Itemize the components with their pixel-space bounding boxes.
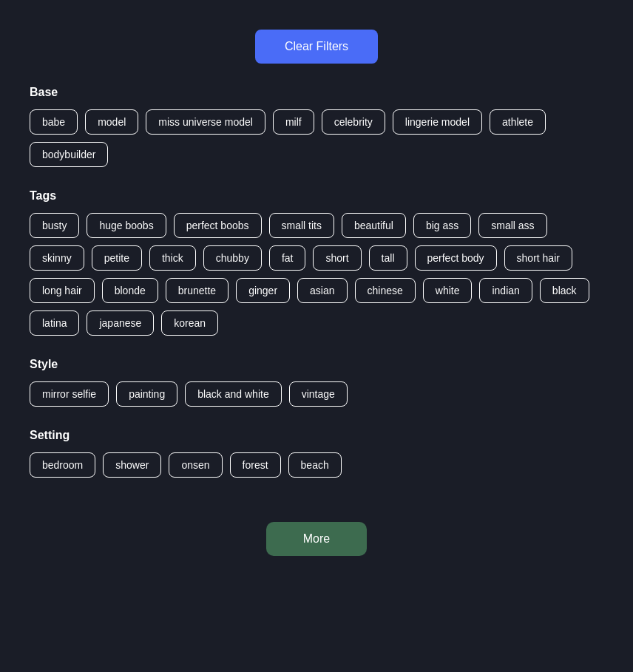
section-title-tags: Tags bbox=[30, 189, 603, 203]
tag-chip-short-hair[interactable]: short hair bbox=[504, 245, 572, 271]
tags-container-base: babemodelmiss universe modelmilfcelebrit… bbox=[30, 109, 603, 167]
clear-filters-button[interactable]: Clear Filters bbox=[255, 30, 378, 64]
tag-chip-korean[interactable]: korean bbox=[161, 310, 218, 336]
tag-chip-indian[interactable]: indian bbox=[479, 278, 532, 303]
tag-chip-ginger[interactable]: ginger bbox=[236, 278, 290, 303]
tags-container-setting: bedroomshoweronsenforestbeach bbox=[30, 452, 603, 478]
tag-chip-fat[interactable]: fat bbox=[269, 245, 306, 271]
section-title-base: Base bbox=[30, 86, 603, 99]
tags-container-tags: bustyhuge boobsperfect boobssmall titsbe… bbox=[30, 213, 603, 336]
tag-chip-small-tits[interactable]: small tits bbox=[269, 213, 334, 238]
tag-chip-perfect-body[interactable]: perfect body bbox=[415, 245, 497, 271]
tag-chip-big-ass[interactable]: big ass bbox=[413, 213, 471, 238]
tag-chip-skinny[interactable]: skinny bbox=[30, 245, 84, 271]
tag-chip-short[interactable]: short bbox=[313, 245, 361, 271]
tag-chip-busty[interactable]: busty bbox=[30, 213, 79, 238]
tag-chip-blonde[interactable]: blonde bbox=[102, 278, 158, 303]
tag-chip-perfect-boobs[interactable]: perfect boobs bbox=[174, 213, 262, 238]
more-button[interactable]: More bbox=[266, 522, 367, 556]
section-setting: Settingbedroomshoweronsenforestbeach bbox=[30, 429, 603, 478]
tag-chip-model[interactable]: model bbox=[85, 109, 138, 135]
tag-chip-asian[interactable]: asian bbox=[297, 278, 347, 303]
tag-chip-tall[interactable]: tall bbox=[369, 245, 407, 271]
tag-chip-white[interactable]: white bbox=[423, 278, 473, 303]
tag-chip-babe[interactable]: babe bbox=[30, 109, 78, 135]
tag-chip-beach[interactable]: beach bbox=[288, 452, 342, 478]
tag-chip-vintage[interactable]: vintage bbox=[289, 381, 348, 407]
tag-chip-thick[interactable]: thick bbox=[149, 245, 196, 271]
footer-area: More bbox=[30, 500, 603, 571]
tag-chip-chubby[interactable]: chubby bbox=[203, 245, 262, 271]
tag-chip-long-hair[interactable]: long hair bbox=[30, 278, 95, 303]
section-title-style: Style bbox=[30, 358, 603, 371]
section-title-setting: Setting bbox=[30, 429, 603, 442]
tag-chip-petite[interactable]: petite bbox=[92, 245, 142, 271]
tag-chip-beautiful[interactable]: beautiful bbox=[342, 213, 406, 238]
tag-chip-latina[interactable]: latina bbox=[30, 310, 79, 336]
tag-chip-milf[interactable]: milf bbox=[273, 109, 314, 135]
tag-chip-small-ass[interactable]: small ass bbox=[478, 213, 546, 238]
tag-chip-celebrity[interactable]: celebrity bbox=[322, 109, 385, 135]
tag-chip-japanese[interactable]: japanese bbox=[87, 310, 154, 336]
tag-chip-chinese[interactable]: chinese bbox=[355, 278, 416, 303]
tag-chip-bedroom[interactable]: bedroom bbox=[30, 452, 95, 478]
tag-chip-lingerie-model[interactable]: lingerie model bbox=[393, 109, 482, 135]
tags-container-style: mirror selfiepaintingblack and whitevint… bbox=[30, 381, 603, 407]
tag-chip-miss-universe-model[interactable]: miss universe model bbox=[146, 109, 265, 135]
tag-chip-black-and-white[interactable]: black and white bbox=[185, 381, 282, 407]
sections-container: Basebabemodelmiss universe modelmilfcele… bbox=[30, 86, 603, 478]
tag-chip-forest[interactable]: forest bbox=[230, 452, 281, 478]
tag-chip-brunette[interactable]: brunette bbox=[166, 278, 229, 303]
section-tags: Tagsbustyhuge boobsperfect boobssmall ti… bbox=[30, 189, 603, 336]
tag-chip-athlete[interactable]: athlete bbox=[490, 109, 546, 135]
tag-chip-shower[interactable]: shower bbox=[103, 452, 161, 478]
tag-chip-bodybuilder[interactable]: bodybuilder bbox=[30, 142, 108, 167]
tag-chip-huge-boobs[interactable]: huge boobs bbox=[87, 213, 166, 238]
tag-chip-mirror-selfie[interactable]: mirror selfie bbox=[30, 381, 109, 407]
tag-chip-onsen[interactable]: onsen bbox=[169, 452, 222, 478]
section-base: Basebabemodelmiss universe modelmilfcele… bbox=[30, 86, 603, 167]
header-area: Clear Filters bbox=[30, 15, 603, 86]
tag-chip-black[interactable]: black bbox=[540, 278, 589, 303]
section-style: Stylemirror selfiepaintingblack and whit… bbox=[30, 358, 603, 407]
tag-chip-painting[interactable]: painting bbox=[116, 381, 177, 407]
